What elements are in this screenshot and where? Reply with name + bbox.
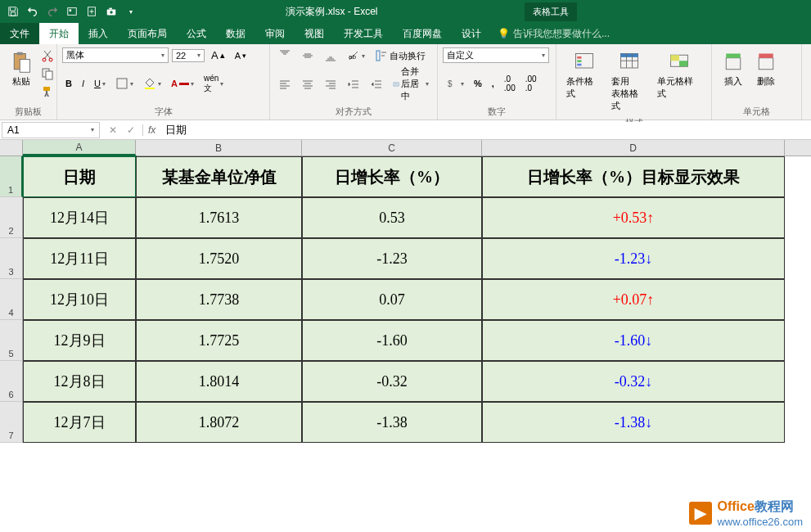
row-header-1[interactable]: 1 (0, 156, 23, 197)
phonetic-button[interactable]: wén文▾ (200, 72, 227, 96)
cell-c4[interactable]: 0.07 (302, 279, 482, 320)
orientation-button[interactable]: ab▾ (344, 47, 368, 64)
cell-d7[interactable]: -1.38↓ (482, 402, 785, 443)
font-size-combo[interactable]: 22▾ (172, 49, 205, 62)
row-header-7[interactable]: 7 (0, 402, 23, 443)
tab-view[interactable]: 视图 (295, 23, 334, 44)
increase-decimal-button[interactable]: .0.00 (501, 73, 519, 94)
row-header-5[interactable]: 5 (0, 320, 23, 361)
tab-baidu[interactable]: 百度网盘 (393, 23, 452, 44)
qat-more-icon[interactable]: ▾ (123, 3, 139, 20)
copy-button[interactable] (38, 65, 57, 82)
cell-a3[interactable]: 12月11日 (23, 238, 136, 279)
fill-color-button[interactable]: ▾ (140, 75, 164, 92)
cell-d1[interactable]: 日增长率（%）目标显示效果 (482, 156, 785, 197)
fx-icon[interactable]: fx (143, 124, 160, 136)
row-header-3[interactable]: 3 (0, 238, 23, 279)
cell-d3[interactable]: -1.23↓ (482, 238, 785, 279)
table-tools-tab[interactable]: 表格工具 (525, 2, 577, 21)
cell-c1[interactable]: 日增长率（%） (302, 156, 482, 197)
tab-review[interactable]: 审阅 (255, 23, 295, 44)
tab-formulas[interactable]: 公式 (177, 23, 216, 44)
merge-center-button[interactable]: 合并后居中▾ (390, 64, 432, 104)
cell-d6[interactable]: -0.32↓ (482, 361, 785, 402)
cell-styles-button[interactable]: 单元格样式 (652, 47, 706, 115)
decrease-indent-button[interactable] (344, 76, 363, 92)
undo-icon[interactable] (25, 3, 41, 20)
comma-button[interactable]: , (489, 77, 498, 90)
redo-icon[interactable] (44, 3, 61, 20)
cell-c2[interactable]: 0.53 (302, 197, 482, 238)
font-name-combo[interactable]: 黑体▾ (62, 47, 169, 63)
cell-a1[interactable]: 日期 (23, 156, 136, 197)
cell-b6[interactable]: 1.8014 (136, 361, 302, 402)
row-header-2[interactable]: 2 (0, 197, 23, 238)
cell-b5[interactable]: 1.7725 (136, 320, 302, 361)
delete-cells-button[interactable]: 删除 (750, 47, 782, 91)
cell-a4[interactable]: 12月10日 (23, 279, 136, 320)
cell-a7[interactable]: 12月7日 (23, 402, 136, 443)
cell-d5[interactable]: -1.60↓ (482, 320, 785, 361)
percent-button[interactable]: % (471, 77, 485, 90)
insert-cells-button[interactable]: 插入 (717, 47, 750, 91)
formula-input[interactable] (160, 122, 811, 138)
wrap-text-button[interactable]: 自动换行 (372, 47, 429, 64)
tab-home[interactable]: 开始 (39, 23, 79, 44)
save-icon[interactable] (5, 3, 21, 20)
decrease-decimal-button[interactable]: .00.0 (522, 73, 540, 94)
cancel-formula-button[interactable]: ✕ (105, 124, 121, 136)
tell-me-search[interactable]: 💡 告诉我您想要做什么... (498, 23, 610, 44)
align-top-button[interactable] (275, 47, 295, 64)
col-header-c[interactable]: C (302, 140, 482, 156)
align-middle-button[interactable] (298, 47, 318, 64)
font-color-button[interactable]: A▾ (168, 77, 197, 90)
italic-button[interactable]: I (79, 77, 88, 90)
cell-b1[interactable]: 某基金单位净值 (136, 156, 302, 197)
col-header-b[interactable]: B (136, 140, 302, 156)
name-box[interactable]: A1▾ (2, 122, 100, 138)
tab-layout[interactable]: 页面布局 (118, 23, 177, 44)
row-header-6[interactable]: 6 (0, 361, 23, 402)
cell-b7[interactable]: 1.8072 (136, 402, 302, 443)
col-header-a[interactable]: A (23, 140, 136, 156)
conditional-format-button[interactable]: 条件格式 (561, 47, 606, 115)
underline-button[interactable]: U ▾ (91, 77, 109, 90)
cell-c6[interactable]: -0.32 (302, 361, 482, 402)
cell-d2[interactable]: +0.53↑ (482, 197, 785, 238)
cell-b2[interactable]: 1.7613 (136, 197, 302, 238)
tab-insert[interactable]: 插入 (79, 23, 118, 44)
cut-button[interactable] (38, 47, 57, 64)
cell-a5[interactable]: 12月9日 (23, 320, 136, 361)
cell-b4[interactable]: 1.7738 (136, 279, 302, 320)
bold-button[interactable]: B (62, 77, 75, 90)
confirm-formula-button[interactable]: ✓ (123, 124, 139, 136)
row-header-4[interactable]: 4 (0, 279, 23, 320)
cell-c5[interactable]: -1.60 (302, 320, 482, 361)
currency-button[interactable]: $▾ (443, 75, 467, 92)
number-format-combo[interactable]: 自定义▾ (443, 47, 549, 63)
qat-icon[interactable] (64, 3, 80, 20)
align-left-button[interactable] (275, 76, 295, 92)
cell-c3[interactable]: -1.23 (302, 238, 482, 279)
format-table-button[interactable]: 套用 表格格式 (606, 47, 651, 115)
increase-indent-button[interactable] (367, 76, 386, 92)
paste-button[interactable]: 粘贴 (5, 47, 38, 100)
col-header-d[interactable]: D (482, 140, 785, 156)
select-all-corner[interactable] (0, 140, 23, 156)
cell-c7[interactable]: -1.38 (302, 402, 482, 443)
cell-a2[interactable]: 12月14日 (23, 197, 136, 238)
camera-icon[interactable] (103, 3, 119, 20)
decrease-font-button[interactable]: A▾ (232, 49, 250, 62)
tab-data[interactable]: 数据 (216, 23, 255, 44)
increase-font-button[interactable]: A▴ (208, 47, 228, 63)
cell-d4[interactable]: +0.07↑ (482, 279, 785, 320)
tab-dev[interactable]: 开发工具 (334, 23, 393, 44)
format-painter-button[interactable] (38, 83, 57, 100)
border-button[interactable]: ▾ (112, 75, 137, 92)
align-center-button[interactable] (298, 76, 318, 92)
cell-a6[interactable]: 12月8日 (23, 361, 136, 402)
align-bottom-button[interactable] (321, 47, 340, 64)
cell-b3[interactable]: 1.7520 (136, 238, 302, 279)
new-icon[interactable] (83, 3, 100, 20)
align-right-button[interactable] (321, 76, 340, 92)
